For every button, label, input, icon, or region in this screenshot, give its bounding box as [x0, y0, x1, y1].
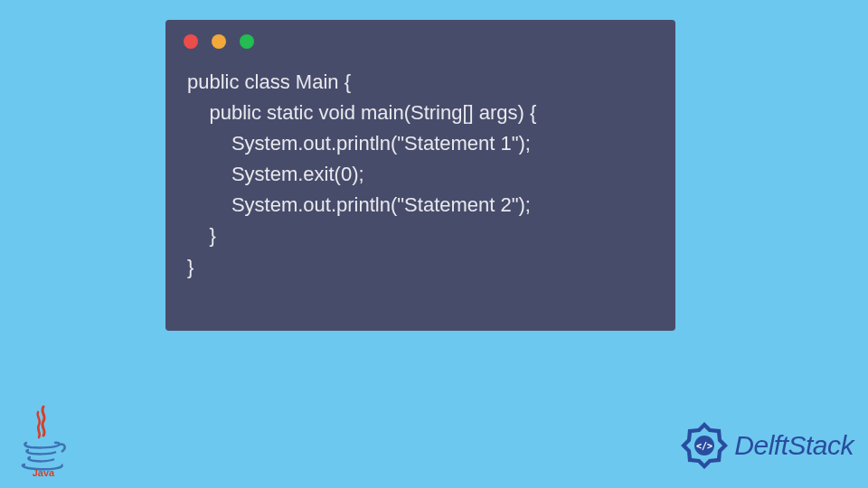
- delftstack-logo: </> DelftStack: [678, 419, 854, 472]
- java-logo-icon: Java: [16, 405, 71, 477]
- code-line: System.out.println("Statement 1");: [187, 132, 531, 155]
- delftstack-badge-icon: </>: [678, 419, 731, 472]
- close-icon: [184, 34, 198, 49]
- brand-name: DelftStack: [734, 430, 854, 461]
- code-line: System.exit(0);: [187, 163, 364, 185]
- code-line: }: [187, 256, 193, 278]
- window-controls: [165, 20, 675, 49]
- code-window: public class Main { public static void m…: [165, 20, 675, 331]
- code-block: public class Main { public static void m…: [165, 49, 675, 301]
- minimize-icon: [212, 34, 226, 49]
- svg-text:Java: Java: [33, 467, 55, 477]
- code-line: public class Main {: [187, 70, 351, 93]
- code-line: public static void main(String[] args) {: [187, 101, 536, 124]
- code-line: System.out.println("Statement 2");: [187, 193, 531, 216]
- maximize-icon: [240, 34, 254, 49]
- code-line: }: [187, 224, 216, 247]
- svg-text:</>: </>: [696, 441, 712, 451]
